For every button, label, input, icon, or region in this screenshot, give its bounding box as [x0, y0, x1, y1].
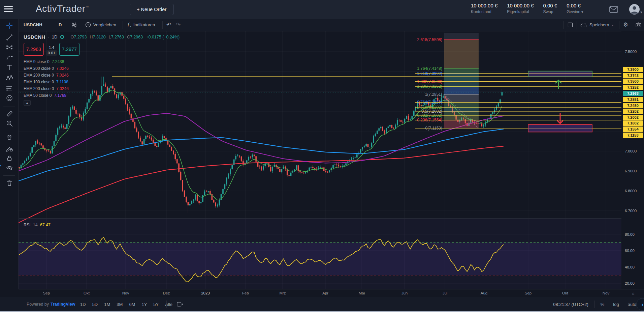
menu-icon[interactable]	[4, 6, 13, 13]
emoji-icon[interactable]	[6, 94, 13, 102]
rsi-tick: 60.00	[625, 249, 635, 253]
account-stat: 10 000.00 € Kontostand	[471, 3, 497, 14]
indicator-row[interactable]: EMA 9 close 07.2438	[24, 58, 180, 65]
rsi-tick: 20.00	[625, 281, 635, 285]
trading-app: ActivTrader™ + Neue Order 10 000.00 € Ko…	[0, 0, 644, 312]
time-tick: Sep	[43, 291, 50, 295]
fx-icon: ƒx	[127, 22, 131, 28]
save-button[interactable]: Speichern ⌄	[580, 19, 614, 31]
rsi-legend[interactable]: RSI 14 67.47	[24, 223, 51, 227]
sell-button[interactable]: 7.2963	[24, 43, 44, 56]
lock-all-icon[interactable]	[6, 154, 13, 162]
interval-button[interactable]: D	[59, 19, 62, 31]
stat-value: 0.00 €	[543, 3, 557, 8]
time-tick: Mai	[359, 291, 365, 295]
price-axis[interactable]: 7.50007.00006.90006.80006.70007.39007.37…	[622, 31, 644, 289]
clock[interactable]: 08:21:37 (UTC+2)	[553, 302, 588, 307]
rsi-tick: 40.00	[625, 265, 635, 269]
camera-icon[interactable]	[635, 19, 642, 31]
go-to-date-icon[interactable]	[176, 301, 183, 307]
stat-value: 0.00 €	[567, 3, 583, 8]
range-button-1y[interactable]: 1Y	[141, 302, 147, 307]
stat-value: 10 000.00 €	[507, 3, 534, 8]
compare-button[interactable]: Vergleichen	[85, 19, 116, 31]
powered-by-label: Powered by	[27, 302, 49, 307]
ohlc-item: L7.2763	[109, 35, 124, 39]
time-tick: Nov	[122, 291, 129, 295]
drawing-toolbar: ›	[0, 19, 19, 312]
crosshair-icon[interactable]	[6, 22, 13, 29]
indicator-row[interactable]: EMA 100 close 07.1108	[24, 79, 180, 85]
caret-down-icon[interactable]: ▾	[640, 10, 642, 15]
range-button-1m[interactable]: 1M	[104, 302, 110, 307]
new-order-button[interactable]: + Neue Order	[130, 4, 173, 15]
brush-icon[interactable]	[6, 54, 13, 61]
price-tick: 7.5000	[625, 50, 637, 54]
avatar[interactable]	[629, 4, 640, 15]
fib-tool-icon[interactable]	[6, 44, 13, 51]
account-stat: 0.00 € Swap	[543, 3, 557, 14]
magnet-icon[interactable]	[6, 135, 13, 142]
ohlc-item: C7.2963	[127, 35, 143, 39]
gear-icon[interactable]: ⚙	[623, 19, 628, 31]
hide-all-icon[interactable]	[6, 164, 13, 172]
caret-down-icon: ⌄	[611, 23, 614, 27]
candles-style-icon[interactable]	[71, 19, 77, 31]
level-price-badge: 7.2202	[623, 109, 643, 114]
axis-settings[interactable]: ☼	[622, 289, 644, 297]
ohlc-values: O7.2793H7.3120L7.2763C7.2963+0.0175 (+0.…	[70, 35, 180, 39]
symbol-button[interactable]: USDCNH	[24, 19, 42, 31]
zoom-in-icon[interactable]	[6, 120, 13, 127]
legend-collapse-button[interactable]: ▲	[24, 100, 31, 106]
redo-icon[interactable]: ↷	[176, 19, 181, 31]
range-button-5y[interactable]: 5Y	[153, 302, 159, 307]
theme-sun-icon: ☼	[631, 291, 635, 296]
time-tick: Sep	[525, 291, 532, 295]
tradingview-link[interactable]: TradingView	[51, 302, 75, 307]
indicators-button[interactable]: ƒx Indikatoren	[127, 19, 155, 31]
time-tick: Apr	[322, 291, 328, 295]
undo-icon[interactable]: ↶	[166, 19, 171, 31]
indicator-row[interactable]: EMA 200 close 07.0246	[24, 65, 180, 72]
separator-dot: ·	[48, 35, 49, 39]
range-button-5d[interactable]: 5D	[92, 302, 98, 307]
remove-all-icon[interactable]	[6, 179, 13, 187]
log-scale-button[interactable]: log	[613, 302, 619, 307]
panel-expand-icon[interactable]: ›	[0, 162, 1, 168]
trend-line-icon[interactable]	[6, 34, 13, 41]
indicator-row[interactable]: EMA 200 close 07.0246	[24, 72, 180, 79]
text-icon[interactable]	[6, 64, 13, 71]
forecast-icon[interactable]	[6, 85, 13, 92]
pattern-icon[interactable]	[6, 74, 13, 82]
account-stat: 0.00 € Gewinn▾	[567, 3, 583, 14]
range-button-6m[interactable]: 6M	[129, 302, 135, 307]
stat-label[interactable]: Gewinn▾	[567, 9, 583, 14]
time-axis[interactable]: SepOktNovDez2023FebMrzAprMaiJunJulAugSep…	[19, 289, 622, 297]
ohlc-item: O7.2793	[70, 35, 87, 39]
rsi-value: 67.47	[40, 223, 51, 227]
legend-symbol[interactable]: USDCNH	[24, 34, 45, 40]
cloud-icon	[580, 22, 587, 28]
legend-interval: 1D	[52, 34, 58, 39]
time-tick: Dez	[163, 291, 170, 295]
level-price-badge: 7.1802	[623, 120, 643, 126]
svg-text:1(7.2851): 1(7.2851)	[425, 92, 442, 97]
price-tick: 6.8000	[625, 189, 637, 193]
ohlc-item: H7.3120	[90, 35, 105, 39]
indicator-row[interactable]: EMA 50 close 07.1768	[24, 92, 180, 99]
time-tick: Jul	[443, 291, 448, 295]
range-button-1d[interactable]: 1D	[80, 302, 86, 307]
price-tick: 6.7000	[625, 209, 637, 213]
level-price-badge: 7.3743	[623, 73, 643, 78]
stat-label: Swap	[543, 9, 557, 14]
draw-lock-icon[interactable]	[6, 145, 13, 152]
buy-button[interactable]: 7.2977	[59, 43, 79, 56]
auto-scale-button[interactable]: auto	[628, 302, 636, 307]
time-tick: Nov	[603, 291, 609, 295]
percent-scale-button[interactable]: %	[601, 302, 605, 307]
ruler-icon[interactable]	[6, 110, 13, 117]
mail-icon[interactable]	[609, 5, 618, 13]
indicator-row[interactable]: EMA 200 close 07.0246	[24, 85, 180, 92]
range-button-3m[interactable]: 3M	[117, 302, 123, 307]
layout-square-icon[interactable]	[567, 19, 573, 31]
